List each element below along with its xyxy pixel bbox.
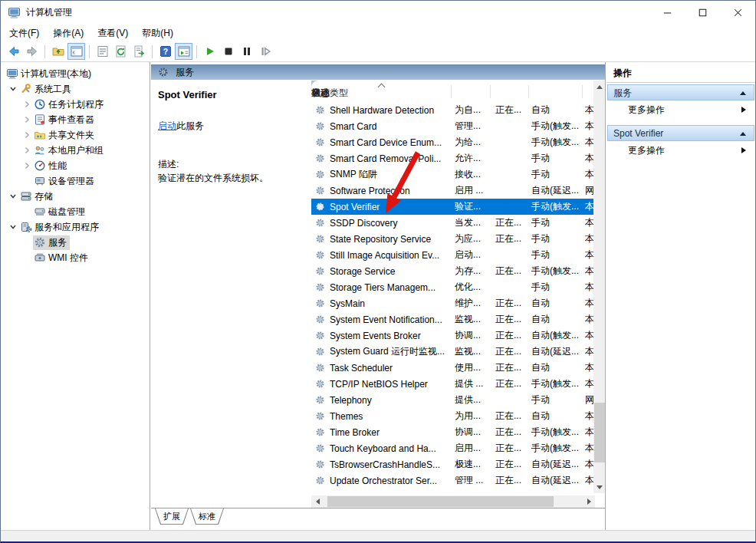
service-row[interactable]: Themes 为用... 正在... 自动 本 (311, 408, 593, 424)
tree-item-computer-management[interactable]: 计算机管理(本地) (1, 66, 150, 81)
tab-standard[interactable]: 标准 (190, 508, 224, 525)
scroll-down-button[interactable] (593, 481, 606, 493)
tree-expand-chevron[interactable] (7, 83, 19, 95)
tree-item-label: 性能 (48, 160, 67, 173)
more-actions-spot-verifier[interactable]: 更多操作 (607, 141, 754, 160)
service-row[interactable]: Smart Card 管理... 手动(触发... 本 (311, 118, 593, 134)
up-one-level-button[interactable] (49, 43, 67, 60)
column-header-logon-as[interactable]: 登 (311, 87, 320, 100)
pause-service-button[interactable] (238, 43, 255, 60)
maximize-button[interactable] (685, 1, 720, 25)
app-icon (8, 6, 21, 19)
service-description: 启用... (451, 442, 490, 455)
scroll-up-button[interactable] (593, 81, 606, 93)
tree-item-task-scheduler[interactable]: 任务计划程序 (1, 97, 150, 112)
column-separator[interactable] (528, 85, 529, 98)
tree-item-device-manager[interactable]: 设备管理器 (1, 173, 150, 189)
service-gear-icon (315, 314, 325, 324)
service-row[interactable]: TsBrowserCrashHandleS... 极速... 正在... 自动(… (311, 456, 593, 472)
action-section-services[interactable]: 服务 (607, 84, 754, 100)
menu-view[interactable]: 查看(V) (90, 25, 135, 42)
tree-expand-chevron[interactable] (7, 221, 19, 233)
restart-service-button[interactable] (256, 43, 274, 60)
tree-expand-chevron[interactable] (21, 175, 33, 187)
service-row[interactable]: System Guard 运行时监视... 监视... 正在... 自动(延迟.… (311, 344, 593, 360)
show-console-tree-button[interactable] (67, 43, 85, 60)
tree-item-disk-management[interactable]: 磁盘管理 (1, 204, 150, 219)
service-row[interactable]: Storage Tiers Managem... 优化... 手动 本 (311, 279, 593, 295)
service-name: Software Protection (330, 186, 410, 196)
back-button[interactable] (5, 43, 22, 60)
column-separator[interactable] (582, 85, 583, 98)
service-row[interactable]: System Events Broker 协调... 正在... 自动(触发..… (311, 327, 593, 344)
service-row[interactable]: Software Protection 启用 ... 自动(延迟... 网 (311, 183, 593, 199)
service-row[interactable]: System Event Notification... 监视... 正在...… (311, 311, 593, 327)
vertical-scrollbar[interactable] (593, 81, 606, 493)
show-action-pane-button[interactable] (175, 43, 192, 60)
refresh-button[interactable] (112, 43, 130, 60)
tree-expand-chevron[interactable] (21, 206, 33, 218)
tree-item-services-applications[interactable]: 服务和应用程序 (1, 219, 150, 235)
export-list-button[interactable] (130, 43, 148, 60)
tree-item-local-users-groups[interactable]: 本地用户和组 (1, 143, 150, 158)
properties-button[interactable] (94, 43, 111, 60)
minimize-button[interactable] (649, 1, 685, 25)
tree-expand-chevron[interactable] (7, 190, 19, 202)
start-service-link[interactable]: 启动 (158, 120, 176, 131)
horizontal-scroll-thumb[interactable] (327, 496, 554, 507)
tree-expand-chevron[interactable] (21, 160, 33, 172)
tree-item-event-viewer[interactable]: 事件查看器 (1, 112, 150, 127)
tab-extended[interactable]: 扩展 (155, 508, 189, 525)
tree-item-system-tools[interactable]: 系统工具 (1, 81, 150, 97)
service-row[interactable]: Touch Keyboard and Ha... 启用... 正在... 手动(… (311, 440, 593, 456)
tree-expand-chevron[interactable] (21, 236, 33, 248)
more-actions-services[interactable]: 更多操作 (607, 100, 754, 119)
service-row[interactable]: Still Image Acquisition Ev... 启动... 手动 本 (311, 247, 593, 263)
service-row[interactable]: Smart Card Removal Poli... 允许... 手动 本 (311, 150, 593, 166)
scroll-right-button[interactable] (583, 495, 595, 508)
horizontal-scrollbar[interactable] (311, 495, 595, 508)
action-section-spot-verifier[interactable]: Spot Verifier (607, 125, 754, 141)
stop-service-button[interactable] (219, 43, 237, 60)
tree-item-services[interactable]: 服务 (1, 235, 150, 250)
tree-expand-chevron[interactable] (21, 114, 33, 126)
service-row[interactable]: Telephony 提供... 手动 网 (311, 392, 593, 408)
column-separator[interactable] (451, 85, 452, 98)
start-service-button[interactable] (201, 43, 219, 60)
tree-item-performance[interactable]: 性能 (1, 158, 150, 173)
service-row[interactable]: TCP/IP NetBIOS Helper 提供 ... 正在... 手动(触发… (311, 376, 593, 392)
column-separator[interactable] (490, 85, 491, 98)
forward-button[interactable] (23, 43, 41, 60)
tree-item-storage[interactable]: 存储 (1, 189, 150, 204)
service-row[interactable]: SSDP Discovery 当发... 正在... 手动 本 (311, 215, 593, 231)
service-row[interactable]: Storage Service 为存... 正在... 手动(触发... 本 (311, 263, 593, 279)
tree-item-wmi-control[interactable]: WMI 控件 (1, 250, 150, 265)
service-description: 当发... (451, 216, 490, 229)
service-description: 为给... (451, 136, 490, 149)
service-row[interactable]: SysMain 维护... 正在... 自动 本 (311, 295, 593, 311)
service-row[interactable]: Shell Hardware Detection 为自... 正在... 自动 … (311, 102, 593, 118)
close-button[interactable] (720, 1, 755, 25)
service-row[interactable]: Time Broker 协调... 正在... 手动(触发... 本 (311, 424, 593, 440)
vertical-scroll-thumb[interactable] (594, 403, 605, 462)
service-row[interactable]: Smart Card Device Enum... 为给... 手动(触发...… (311, 134, 593, 150)
tree-item-label: 本地用户和组 (48, 144, 104, 157)
tree-expand-chevron[interactable] (21, 252, 33, 264)
tree-expand-chevron[interactable] (21, 144, 33, 156)
menu-action[interactable]: 操作(A) (46, 25, 90, 42)
menu-help[interactable]: 帮助(H) (135, 25, 180, 42)
service-row[interactable]: State Repository Service 为应... 正在... 手动 … (311, 231, 593, 247)
service-row[interactable]: Update Orchestrator Ser... 管理 ... 正在... … (311, 472, 593, 489)
menu-file[interactable]: 文件(F) (2, 25, 46, 42)
tree-expand-chevron[interactable] (21, 98, 33, 110)
description-label: 描述: (158, 158, 179, 171)
help-button[interactable] (156, 43, 174, 60)
service-row[interactable]: Task Scheduler 使用... 正在... 自动 本 (311, 360, 593, 376)
service-status: 正在... (490, 377, 528, 390)
scroll-left-button[interactable] (311, 495, 324, 508)
service-row[interactable]: Spot Verifier 验证... 手动(触发... 本 (311, 199, 593, 215)
tree-expand-chevron[interactable] (21, 129, 33, 141)
tree-item-shared-folders[interactable]: 共享文件夹 (1, 127, 150, 143)
service-row[interactable]: SNMP 陷阱 接收... 手动 本 (311, 166, 593, 183)
service-logon-as: 本 (582, 136, 593, 149)
